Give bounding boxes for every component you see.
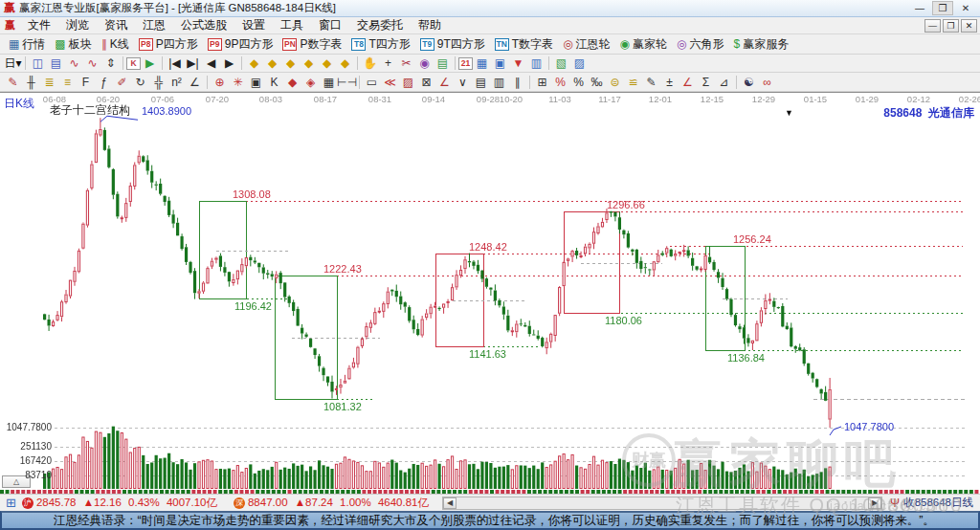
square-of-nine-tool[interactable]: n² [167,74,186,90]
menu-item-0[interactable]: 文件 [20,16,58,34]
printer-icon[interactable]: ▥ [527,55,546,72]
export-icon[interactable]: ▨ [570,55,589,72]
diamond-grid-tool[interactable]: ◈ [301,74,320,90]
gann-fan-tool[interactable]: ≪ [381,74,399,90]
winner-service-button[interactable]: $赢家服务 [729,34,794,54]
percent-tool[interactable]: % [569,74,588,90]
last-bar-button[interactable]: ▶| [184,55,202,72]
ma-toggle-icon[interactable]: ∿ [65,55,83,72]
plus-minus-tool[interactable]: ± [660,74,679,90]
scale-toggle-icon[interactable]: ⇕ [101,55,120,72]
cards-icon[interactable]: ▤ [434,55,452,72]
cut-icon[interactable]: ✂ [397,55,415,72]
minimize-button[interactable]: — [909,1,930,15]
fibonacci-tool[interactable]: F [77,74,95,90]
diamond-tool[interactable]: ◆ [283,74,301,90]
menu-item-3[interactable]: 江恩 [135,16,173,34]
first-bar-button[interactable]: |◀ [166,55,184,72]
compress-h-icon[interactable]: ◆ [300,55,318,72]
crosshair-icon[interactable]: + [379,55,397,72]
compress-v-icon[interactable]: ◆ [336,55,354,72]
star-burst-tool[interactable]: ✳ [229,74,247,90]
time-grid-tool[interactable]: ╬ [149,74,167,90]
yinyang-icon[interactable]: ☯ [740,74,758,90]
vgrid-tool[interactable]: ▥ [490,74,508,90]
period-selector[interactable]: 日▾ [4,55,22,72]
market-grid-icon[interactable]: ⊞ [6,496,16,510]
menu-item-1[interactable]: 浏览 [58,16,97,34]
gann-target-tool[interactable]: ⊕ [211,74,229,90]
golden-circle-tool[interactable]: ⊜ [606,74,624,90]
blocks-button[interactable]: ▩板块 [50,34,96,54]
price-box-tool[interactable]: ▣ [247,74,265,90]
indicator-toggle-icon[interactable]: ∿ [83,55,101,72]
infinity-icon[interactable]: ∞ [758,74,776,90]
calculator-icon[interactable]: ▦ [473,55,491,72]
triangle-tool[interactable]: ⊿ [715,74,733,90]
info-panel-icon[interactable]: ▤ [47,55,65,72]
maximize-button[interactable]: ❐ [932,1,953,15]
crossed-box-tool[interactable]: ⊠ [417,74,435,90]
k-mark-tool[interactable]: K [265,74,283,90]
rect-select-tool[interactable]: ▭ [363,74,381,90]
menu-item-8[interactable]: 交易委托 [349,16,411,34]
shaded-rect-tool[interactable]: ▨ [399,74,417,90]
grid-box-tool[interactable]: ▦ [320,74,338,90]
quotes-button[interactable]: ▦行情 [4,34,50,54]
menu-item-4[interactable]: 公式选股 [173,16,234,34]
trend-angle-tool[interactable]: ∠ [435,74,454,90]
mdi-minimize-button[interactable]: — [924,19,941,33]
t-digit-button[interactable]: TNT数字表 [490,34,558,54]
scroll-left-button[interactable]: ◀ [443,497,457,509]
save-layout-icon[interactable]: ▣ [491,55,509,72]
mdi-restore-button[interactable]: ❐ [943,19,959,33]
hand-tool-icon[interactable]: ✋ [361,55,379,72]
magnifier-icon[interactable]: ◉ [415,55,434,72]
golden-section-tool[interactable]: ≣ [40,74,58,90]
menu-item-7[interactable]: 窗口 [311,16,349,34]
angle-tool[interactable]: ∠ [186,74,204,90]
menu-item-5[interactable]: 设置 [234,16,273,34]
parallel-channel-tool[interactable]: ∥ [508,74,526,90]
p-digit-button[interactable]: PNP数字表 [278,34,346,54]
pen-tool[interactable]: ✎ [4,74,22,90]
percent-panel-tool[interactable]: ⊞ [533,74,551,90]
zoom-out-h-icon[interactable]: ◆ [263,55,281,72]
width-measure-tool[interactable]: ⊢⊣ [338,74,356,90]
hexagon-button[interactable]: ◎六角形 [672,34,728,54]
next-bar-button[interactable]: ▶ [220,55,238,72]
golden-parallel-tool[interactable]: ≌ [624,74,642,90]
download-icon[interactable]: ▼ [509,55,527,72]
t9-square-button[interactable]: T99T四方形 [415,34,490,54]
kline-style-icon[interactable]: K [126,57,141,70]
menu-item-2[interactable]: 资讯 [97,16,135,34]
menu-item-9[interactable]: 帮助 [411,16,449,34]
calendar-icon[interactable]: 21 [458,57,473,70]
expand-v-icon[interactable]: ◆ [318,55,336,72]
expand-h-icon[interactable]: ◆ [281,55,300,72]
menu-item-6[interactable]: 工具 [273,16,311,34]
mdi-close-button[interactable]: ✕ [961,19,977,33]
cycle-tool[interactable]: ↻ [131,74,149,90]
golden-band-tool[interactable]: ≡ [58,74,77,90]
sum-tool[interactable]: Σ [697,74,715,90]
sync-icon[interactable]: ▧ [552,55,570,72]
prev-bar-button[interactable]: ◀ [202,55,220,72]
zoom-in-h-icon[interactable]: ◆ [245,55,263,72]
p9-square-button[interactable]: P99P四方形 [203,34,278,54]
winner-wheel-button[interactable]: ◉赢家轮 [615,34,672,54]
gann-wheel-button[interactable]: ◎江恩轮 [558,34,614,54]
t-square-button[interactable]: T8T四方形 [346,34,414,54]
marker-pen-tool[interactable]: ✐ [113,74,131,90]
zigzag-tool[interactable]: ∨ [454,74,472,90]
speed-angle-tool[interactable]: ∠ [679,74,697,90]
hgrid-tool[interactable]: ▤ [472,74,490,90]
layout-icon[interactable]: ◫ [29,55,47,72]
permille-tool[interactable]: ‰ [588,74,606,90]
gann-line-tool[interactable]: ╫ [22,74,40,90]
kline-button[interactable]: ∥K线 [97,34,134,54]
function-tool[interactable]: ƒ [95,74,113,90]
percent-retrace-tool[interactable]: % [551,74,569,90]
close-button[interactable]: ✕ [955,1,976,15]
p-square-button[interactable]: P8P四方形 [134,34,203,54]
